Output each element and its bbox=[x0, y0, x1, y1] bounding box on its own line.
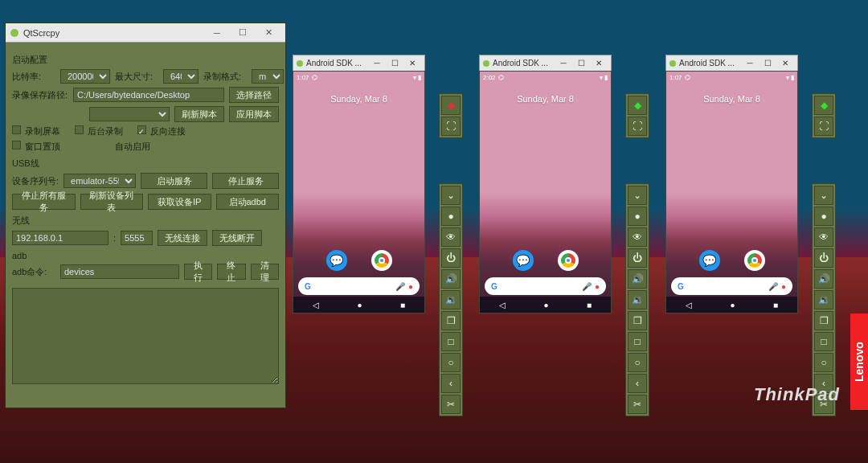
eye-off-icon[interactable]: 👁 bbox=[628, 227, 647, 247]
wireless-ip-input[interactable] bbox=[12, 231, 108, 245]
circle-icon[interactable]: ● bbox=[628, 207, 647, 226]
recordpath-input[interactable] bbox=[73, 88, 224, 102]
back-button[interactable]: ◁ bbox=[686, 301, 692, 309]
eye-off-icon[interactable]: 👁 bbox=[814, 227, 833, 247]
circle-icon[interactable]: ● bbox=[814, 207, 833, 226]
get-ip-button[interactable]: 获取设备IP bbox=[148, 194, 211, 210]
phone3-screen[interactable]: 1:07 ⌬ ▾▮ Sunday, Mar 8 💬 G 🎤 ● ◁ ● ■ bbox=[665, 71, 798, 313]
volume-down-icon[interactable]: 🔉 bbox=[628, 290, 647, 309]
pin-icon[interactable]: ◆ bbox=[628, 96, 647, 115]
adb-cmd-input[interactable] bbox=[60, 264, 179, 279]
start-service-button[interactable]: 启动服务 bbox=[141, 173, 207, 189]
screenshot-icon[interactable]: ✂ bbox=[441, 395, 461, 414]
back-button[interactable]: ◁ bbox=[313, 301, 319, 309]
chrome-app-icon[interactable] bbox=[371, 250, 392, 271]
stop-all-button[interactable]: 停止所有服务 bbox=[12, 194, 76, 210]
recordfmt-combo[interactable]: mp4 bbox=[252, 69, 284, 84]
minimize-button[interactable]: ─ bbox=[741, 57, 759, 70]
refresh-script-button[interactable]: 刷新脚本 bbox=[174, 106, 224, 122]
phone2-titlebar[interactable]: Android SDK ... ─☐✕ bbox=[479, 55, 612, 71]
bitrate-combo[interactable]: 2000000 bbox=[60, 69, 110, 84]
expand-icon[interactable]: ⌄ bbox=[441, 186, 461, 205]
phone1-titlebar[interactable]: Android SDK ... ─☐✕ bbox=[293, 55, 425, 71]
back-icon[interactable]: ‹ bbox=[628, 374, 647, 393]
eye-off-icon[interactable]: 👁 bbox=[441, 227, 461, 247]
phone1-screen[interactable]: 1:07 ⌬ ▾▮ Sunday, Mar 8 💬 G 🎤 ● ◁ ● ■ bbox=[293, 71, 425, 313]
script-combo[interactable] bbox=[89, 107, 170, 121]
recents-button[interactable]: ■ bbox=[773, 301, 778, 309]
recents-button[interactable]: ■ bbox=[400, 301, 405, 309]
volume-down-icon[interactable]: 🔉 bbox=[441, 290, 461, 309]
minimize-button[interactable]: ─ bbox=[368, 57, 386, 70]
home-button[interactable]: ● bbox=[730, 301, 735, 309]
square-icon[interactable]: □ bbox=[628, 332, 647, 351]
messages-app-icon[interactable]: 💬 bbox=[699, 250, 720, 271]
pin-icon[interactable]: ◆ bbox=[814, 96, 833, 115]
messages-app-icon[interactable]: 💬 bbox=[326, 250, 347, 271]
home-button[interactable]: ● bbox=[357, 301, 362, 309]
multi-window-icon[interactable]: ❐ bbox=[628, 311, 647, 330]
expand-icon[interactable]: ⌄ bbox=[814, 186, 833, 205]
square-icon[interactable]: □ bbox=[441, 332, 461, 351]
background-record-checkbox[interactable] bbox=[75, 125, 84, 134]
volume-down-icon[interactable]: 🔉 bbox=[814, 290, 833, 309]
wifi-disconnect-button[interactable]: 无线断开 bbox=[212, 230, 262, 246]
screenshot-icon[interactable]: ✂ bbox=[628, 395, 647, 414]
wifi-connect-button[interactable]: 无线连接 bbox=[158, 230, 207, 246]
record-screen-checkbox[interactable] bbox=[12, 125, 21, 134]
back-button[interactable]: ◁ bbox=[499, 301, 506, 309]
circle-icon[interactable]: ● bbox=[441, 207, 461, 226]
maximize-button[interactable]: ☐ bbox=[231, 26, 255, 40]
pin-icon[interactable]: ◆ bbox=[441, 96, 461, 115]
start-adbd-button[interactable]: 启动adbd bbox=[216, 194, 280, 210]
close-button[interactable]: ✕ bbox=[403, 57, 421, 70]
close-button[interactable]: ✕ bbox=[590, 57, 608, 70]
close-button[interactable]: ✕ bbox=[776, 57, 794, 70]
home-button[interactable]: ● bbox=[543, 301, 548, 309]
phone3-titlebar[interactable]: Android SDK ... ─☐✕ bbox=[665, 55, 798, 71]
minimize-button[interactable]: ─ bbox=[555, 57, 572, 70]
terminate-button[interactable]: 终止 bbox=[217, 264, 245, 280]
square-icon[interactable]: □ bbox=[814, 332, 833, 351]
serial-combo[interactable]: emulator-5556 bbox=[63, 174, 136, 188]
clear-button[interactable]: 清理 bbox=[251, 264, 279, 280]
choose-path-button[interactable]: 选择路径 bbox=[229, 87, 279, 103]
chrome-app-icon[interactable] bbox=[744, 250, 765, 271]
close-button[interactable]: ✕ bbox=[256, 26, 280, 40]
google-searchbar[interactable]: G 🎤 ● bbox=[298, 277, 420, 295]
multi-window-icon[interactable]: ❐ bbox=[441, 311, 461, 330]
google-searchbar[interactable]: G 🎤 ● bbox=[485, 277, 606, 295]
google-searchbar[interactable]: G 🎤 ● bbox=[671, 277, 792, 295]
reverse-connect-checkbox[interactable] bbox=[137, 125, 146, 134]
volume-up-icon[interactable]: 🔊 bbox=[441, 269, 461, 289]
power-icon[interactable]: ⏻ bbox=[628, 248, 647, 268]
messages-app-icon[interactable]: 💬 bbox=[513, 250, 534, 271]
refresh-devices-button[interactable]: 刷新设备列表 bbox=[80, 194, 144, 210]
phone2-screen[interactable]: 2:02 ⌬ ▾▮ Sunday, Mar 8 💬 G 🎤 ● ◁ ● ■ bbox=[479, 71, 612, 313]
fullscreen-icon[interactable]: ⛶ bbox=[441, 117, 461, 136]
home-icon[interactable]: ○ bbox=[441, 353, 461, 372]
qtscrcpy-titlebar[interactable]: QtScrcpy ─ ☐ ✕ bbox=[6, 23, 285, 43]
adb-output[interactable] bbox=[12, 288, 279, 384]
wireless-port-input[interactable] bbox=[121, 231, 153, 245]
volume-up-icon[interactable]: 🔊 bbox=[814, 269, 833, 289]
home-icon[interactable]: ○ bbox=[628, 353, 647, 372]
minimize-button[interactable]: ─ bbox=[205, 26, 229, 40]
maximize-button[interactable]: ☐ bbox=[759, 57, 776, 70]
multi-window-icon[interactable]: ❐ bbox=[814, 311, 833, 330]
maxsize-combo[interactable]: 640 bbox=[163, 69, 199, 84]
fullscreen-icon[interactable]: ⛶ bbox=[628, 117, 647, 136]
power-icon[interactable]: ⏻ bbox=[814, 248, 833, 268]
execute-button[interactable]: 执行 bbox=[184, 264, 212, 280]
volume-up-icon[interactable]: 🔊 bbox=[628, 269, 647, 289]
maximize-button[interactable]: ☐ bbox=[386, 57, 403, 70]
maximize-button[interactable]: ☐ bbox=[572, 57, 590, 70]
fullscreen-icon[interactable]: ⛶ bbox=[814, 117, 833, 136]
back-icon[interactable]: ‹ bbox=[441, 374, 461, 393]
chrome-app-icon[interactable] bbox=[558, 250, 579, 271]
expand-icon[interactable]: ⌄ bbox=[628, 186, 647, 205]
recents-button[interactable]: ■ bbox=[587, 301, 592, 309]
home-icon[interactable]: ○ bbox=[814, 353, 833, 372]
apply-script-button[interactable]: 应用脚本 bbox=[229, 106, 279, 122]
stop-service-button[interactable]: 停止服务 bbox=[212, 173, 279, 189]
